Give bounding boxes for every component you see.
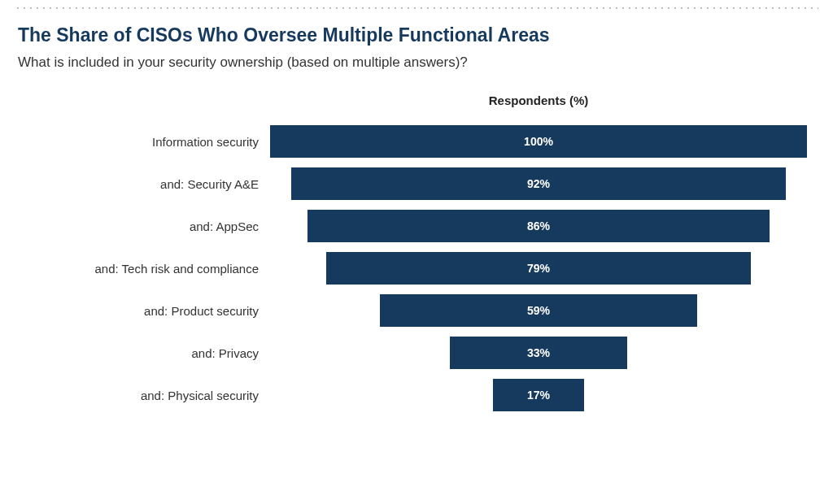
row-label: Information security [67,135,270,149]
bar: 100% [270,125,807,158]
bar-zone: 92% [270,167,807,200]
bar: 92% [291,167,785,200]
chart-row: and: Tech risk and compliance79% [67,252,807,285]
chart-row: and: Privacy33% [67,337,807,369]
row-label: and: Tech risk and compliance [67,262,270,276]
chart-row: and: Physical security17% [67,379,807,411]
axis-label: Respondents (%) [270,93,807,107]
row-label: and: Privacy [67,346,270,360]
chart-container: The Share of CISOs Who Oversee Multiple … [0,10,833,411]
bar: 86% [307,210,770,242]
bar: 59% [380,294,696,327]
chart-rows: Information security100%and: Security A&… [67,125,807,411]
row-label: and: Product security [67,304,270,318]
chart-row: and: AppSec86% [67,210,807,242]
chart-area: Respondents (%) Information security100%… [67,93,807,411]
bar-zone: 79% [270,252,807,285]
bar-zone: 59% [270,294,807,327]
bar: 33% [450,337,627,369]
bar-zone: 33% [270,337,807,369]
chart-title: The Share of CISOs Who Oversee Multiple … [18,24,815,46]
chart-row: and: Security A&E92% [67,167,807,200]
row-label: and: Security A&E [67,177,270,191]
chart-row: and: Product security59% [67,294,807,327]
bar: 79% [326,252,750,285]
row-label: and: AppSec [67,219,270,233]
chart-subtitle: What is included in your security owners… [18,54,815,71]
bar-zone: 17% [270,379,807,411]
bar-zone: 86% [270,210,807,242]
chart-row: Information security100% [67,125,807,158]
row-label: and: Physical security [67,389,270,402]
bar-zone: 100% [270,125,807,158]
bar: 17% [493,379,584,411]
